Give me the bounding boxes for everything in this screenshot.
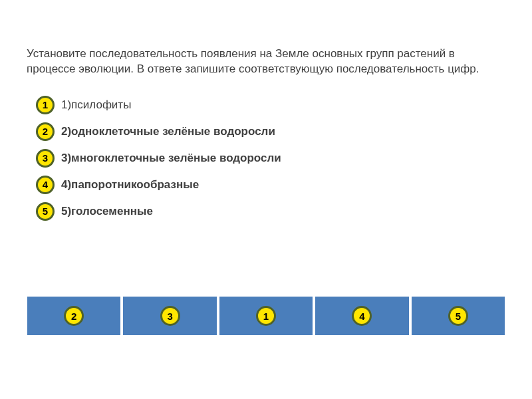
option-item: 1 1)псилофиты <box>36 96 505 114</box>
option-item: 4 4)папоротникообразные <box>36 176 505 194</box>
option-number-badge: 2 <box>36 122 55 141</box>
option-label: 2)одноклеточные зелёные водоросли <box>61 125 275 138</box>
options-list: 1 1)псилофиты 2 2)одноклеточные зелёные … <box>36 96 505 221</box>
option-number-badge: 5 <box>36 202 55 221</box>
answer-badge: 5 <box>448 306 468 326</box>
option-item: 2 2)одноклеточные зелёные водоросли <box>36 122 505 141</box>
answer-slot[interactable]: 2 <box>27 296 121 336</box>
answer-badge: 3 <box>160 306 180 326</box>
option-label: 5)голосеменные <box>61 205 153 218</box>
option-label: 3)многоклеточные зелёные водоросли <box>61 152 281 165</box>
option-number-badge: 1 <box>36 96 55 114</box>
option-label: 1)псилофиты <box>61 98 131 112</box>
option-number-badge: 4 <box>36 176 55 194</box>
answer-badge: 4 <box>352 306 372 326</box>
answer-slot[interactable]: 4 <box>315 296 409 336</box>
answer-slot[interactable]: 3 <box>122 296 217 336</box>
answer-slot[interactable]: 1 <box>219 296 313 336</box>
option-label: 4)папоротникообразные <box>61 178 199 192</box>
answer-sequence-row: 2 3 1 4 5 <box>27 296 505 336</box>
answer-badge: 1 <box>256 306 276 326</box>
option-item: 5 5)голосеменные <box>36 202 505 221</box>
option-number-badge: 3 <box>36 149 55 168</box>
answer-slot[interactable]: 5 <box>411 296 505 336</box>
answer-badge: 2 <box>64 306 84 326</box>
option-item: 3 3)многоклеточные зелёные водоросли <box>36 149 505 168</box>
question-text: Установите последовательность появления … <box>27 47 505 77</box>
